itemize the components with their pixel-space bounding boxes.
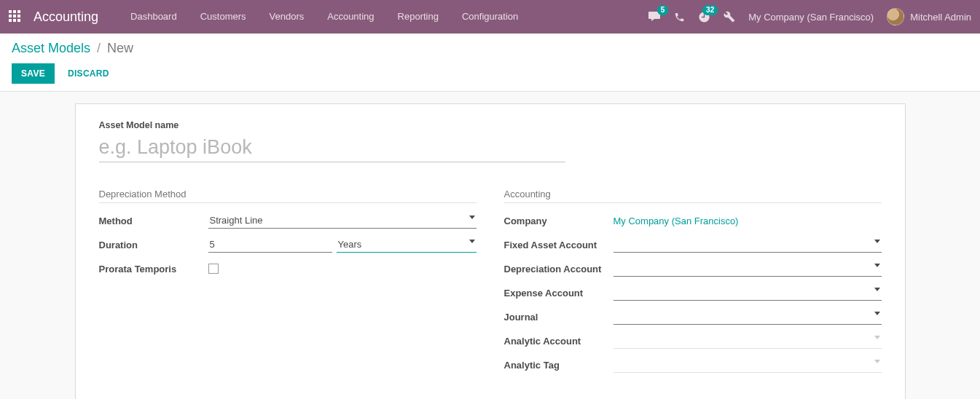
- fixed-asset-account-select[interactable]: [614, 237, 882, 253]
- label-method: Method: [99, 216, 208, 226]
- discard-button[interactable]: DISCARD: [60, 64, 117, 83]
- expense-account-select[interactable]: [614, 285, 882, 301]
- label-depreciation-account: Depreciation Account: [504, 264, 614, 274]
- label-prorata: Prorata Temporis: [99, 264, 208, 274]
- depreciation-account-select[interactable]: [614, 261, 882, 277]
- breadcrumb-separator: /: [97, 41, 101, 55]
- label-company: Company: [504, 216, 614, 226]
- breadcrumb-parent[interactable]: Asset Models: [12, 41, 90, 55]
- label-expense-account: Expense Account: [504, 288, 614, 299]
- method-select[interactable]: [208, 213, 477, 229]
- group-accounting: Accounting: [504, 189, 882, 203]
- save-button[interactable]: SAVE: [12, 63, 55, 84]
- sheet-wrapper: Asset Model name Depreciation Method Met…: [0, 92, 980, 399]
- label-duration: Duration: [99, 240, 208, 250]
- breadcrumb: Asset Models / New: [12, 41, 968, 56]
- main-menu: Dashboard Customers Vendors Accounting R…: [119, 0, 530, 33]
- activities-badge: 32: [702, 5, 718, 15]
- journal-select[interactable]: [614, 309, 882, 325]
- apps-icon[interactable]: [9, 10, 22, 23]
- avatar: [887, 8, 904, 25]
- company-value[interactable]: My Company (San Francisco): [614, 216, 739, 226]
- analytic-account-select[interactable]: [614, 333, 882, 349]
- menu-reporting[interactable]: Reporting: [386, 0, 450, 33]
- form-sheet: Asset Model name Depreciation Method Met…: [75, 103, 906, 399]
- user-name: Mitchell Admin: [910, 12, 971, 23]
- phone-icon[interactable]: [674, 12, 685, 23]
- navbar-right: 5 32 My Company (San Francisco) Mitchell…: [648, 8, 971, 25]
- left-column: Depreciation Method Method Duration: [99, 189, 477, 380]
- label-fixed-asset-account: Fixed Asset Account: [504, 240, 614, 250]
- menu-vendors[interactable]: Vendors: [258, 0, 316, 33]
- messages-icon[interactable]: 5: [648, 11, 661, 23]
- analytic-tag-select[interactable]: [614, 357, 882, 373]
- label-journal: Journal: [504, 312, 614, 323]
- label-analytic-tag: Analytic Tag: [504, 360, 614, 371]
- top-navbar: Accounting Dashboard Customers Vendors A…: [0, 0, 980, 33]
- breadcrumb-current: New: [107, 41, 133, 55]
- user-menu[interactable]: Mitchell Admin: [887, 8, 971, 25]
- duration-unit-select[interactable]: [337, 237, 477, 253]
- right-column: Accounting Company My Company (San Franc…: [504, 189, 882, 380]
- control-panel: Asset Models / New SAVE DISCARD: [0, 33, 980, 92]
- method-value[interactable]: [208, 213, 477, 229]
- debug-icon[interactable]: [724, 11, 735, 23]
- menu-configuration[interactable]: Configuration: [450, 0, 530, 33]
- asset-model-name-input[interactable]: [99, 135, 565, 162]
- duration-number-input[interactable]: [208, 237, 332, 253]
- menu-accounting[interactable]: Accounting: [315, 0, 385, 33]
- duration-unit-value[interactable]: [337, 237, 477, 253]
- menu-dashboard[interactable]: Dashboard: [119, 0, 189, 33]
- app-brand[interactable]: Accounting: [34, 9, 98, 25]
- title-label: Asset Model name: [99, 120, 882, 130]
- group-depreciation-method: Depreciation Method: [99, 189, 477, 203]
- label-analytic-account: Analytic Account: [504, 336, 614, 347]
- menu-customers[interactable]: Customers: [189, 0, 258, 33]
- messages-badge: 5: [657, 5, 669, 15]
- activities-icon[interactable]: 32: [698, 11, 710, 23]
- prorata-checkbox[interactable]: [208, 264, 219, 274]
- company-switcher[interactable]: My Company (San Francisco): [748, 12, 874, 23]
